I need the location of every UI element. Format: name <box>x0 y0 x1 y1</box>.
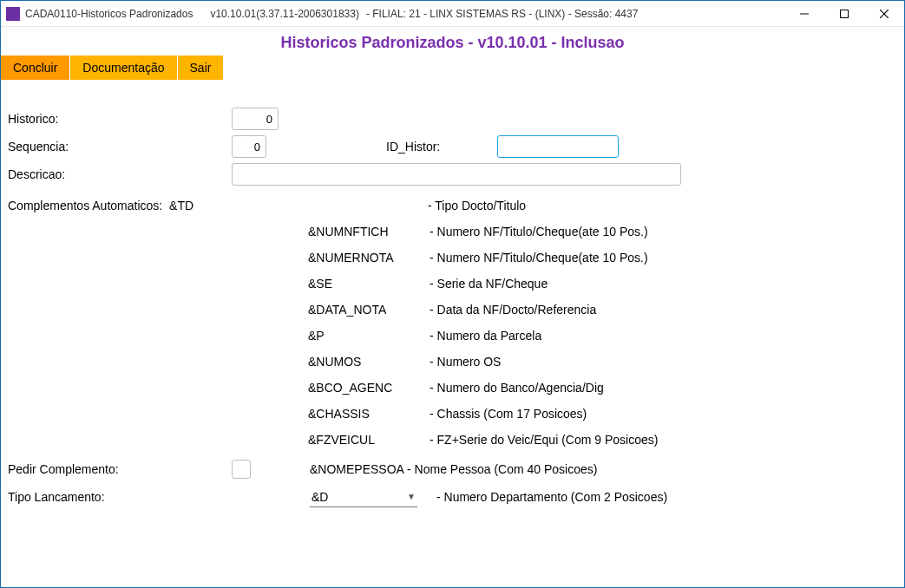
title-bar: CADA0110-Historicos Padronizados v10.10.… <box>1 1 904 27</box>
window-controls <box>784 1 904 26</box>
comp-desc: - FZ+Serie do Veic/Equi (Com 9 Posicoes) <box>430 433 658 447</box>
historico-input[interactable] <box>232 108 279 130</box>
tipo-lancamento-value: &D <box>312 490 328 504</box>
comp-code: &NUMOS <box>308 355 430 369</box>
descricao-input[interactable] <box>232 163 681 186</box>
comp-code: &SE <box>308 277 430 291</box>
comp-desc: - Chassis (Com 17 Posicoes) <box>430 407 587 421</box>
tipo-lancamento-desc: - Numero Departamento (Com 2 Posicoes) <box>436 490 667 504</box>
id-histor-input[interactable] <box>497 135 619 158</box>
tipo-lancamento-dropdown[interactable]: &D ▼ <box>310 487 417 507</box>
descricao-label: Descricao: <box>6 167 232 181</box>
app-icon <box>6 7 20 21</box>
sequencia-input[interactable] <box>232 135 266 158</box>
title-app-name: CADA0110-Historicos Padronizados <box>25 8 193 20</box>
concluir-button[interactable]: Concluir <box>1 56 69 80</box>
comp-desc: - Numero do Banco/Agencia/Dig <box>430 381 604 395</box>
historico-label: Historico: <box>6 112 232 126</box>
minimize-button[interactable] <box>784 1 824 26</box>
form-area: Historico: Sequencia: ID_Histor: Descric… <box>1 80 904 587</box>
sequencia-label: Sequencia: <box>6 140 232 154</box>
id-histor-label: ID_Histor: <box>386 140 490 154</box>
app-window: CADA0110-Historicos Padronizados v10.10.… <box>0 0 905 588</box>
comp-code: &CHASSIS <box>308 407 430 421</box>
comp-desc: - Numero NF/Titulo/Cheque(ate 10 Pos.) <box>430 251 648 265</box>
comp-code: &NUMERNOTA <box>308 251 430 265</box>
documentacao-button[interactable]: Documentação <box>70 56 176 80</box>
toolbar: Concluir Documentação Sair <box>1 56 904 80</box>
page-title: Historicos Padronizados - v10.10.01 - In… <box>1 27 904 56</box>
maximize-button[interactable] <box>824 1 864 26</box>
comp-code: &P <box>308 329 430 343</box>
close-icon <box>880 10 889 18</box>
svg-rect-1 <box>841 10 849 17</box>
nomepessoa-line: &NOMEPESSOA - Nome Pessoa (Com 40 Posico… <box>310 462 597 476</box>
comp-code: &DATA_NOTA <box>308 303 430 317</box>
comp-desc: - Numero OS <box>430 355 501 369</box>
complementos-first-desc: - Tipo Docto/Titulo <box>428 199 526 212</box>
comp-desc: - Serie da NF/Cheque <box>430 277 548 291</box>
pedir-complemento-label: Pedir Complemento: <box>6 462 232 476</box>
title-version: v10.10.01(3.37.11-2006301833) <box>210 8 358 20</box>
minimize-icon <box>800 10 809 18</box>
sair-button[interactable]: Sair <box>178 56 224 80</box>
pedir-complemento-checkbox[interactable] <box>232 460 251 479</box>
comp-desc: - Data da NF/Docto/Referencia <box>430 303 596 317</box>
comp-code: &BCO_AGENC <box>308 381 430 395</box>
tipo-lancamento-label: Tipo Lancamento: <box>6 490 232 504</box>
maximize-icon <box>840 10 849 18</box>
close-button[interactable] <box>864 1 904 26</box>
comp-code: &FZVEICUL <box>308 433 430 447</box>
comp-desc: - Numero da Parcela <box>430 329 541 343</box>
title-context: - FILIAL: 21 - LINX SISTEMAS RS - (LINX)… <box>366 8 638 20</box>
comp-desc: - Numero NF/Titulo/Cheque(ate 10 Pos.) <box>430 225 648 238</box>
chevron-down-icon: ▼ <box>407 492 416 501</box>
complementos-label: Complementos Automaticos: &TD <box>6 199 206 212</box>
comp-code: &NUMNFTICH <box>308 225 430 238</box>
